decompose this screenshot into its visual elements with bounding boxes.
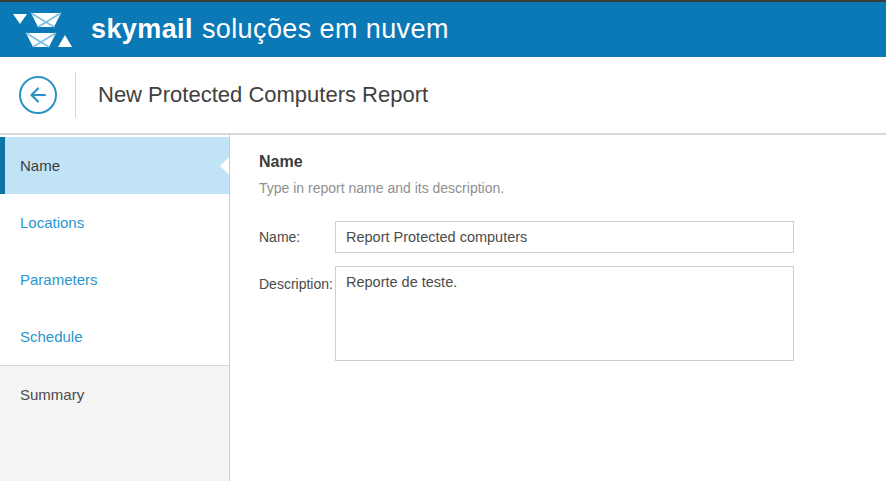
brand-name: skymail bbox=[91, 14, 193, 44]
step-content: Name Type in report name and its descrip… bbox=[230, 135, 886, 481]
brand-wordmark: skymailsoluções em nuvem bbox=[91, 14, 449, 45]
name-field-row: Name: bbox=[259, 221, 886, 253]
report-description-textarea[interactable]: Reporte de teste. bbox=[335, 266, 794, 361]
sidebar-item-parameters[interactable]: Parameters bbox=[0, 251, 229, 308]
name-field-label: Name: bbox=[259, 229, 335, 245]
step-heading: Name bbox=[259, 153, 886, 171]
sidebar-item-label: Locations bbox=[20, 214, 84, 231]
header-divider bbox=[75, 72, 76, 118]
sidebar-item-schedule[interactable]: Schedule bbox=[0, 308, 229, 365]
sidebar-item-label: Schedule bbox=[20, 328, 83, 345]
app-top-bar: skymailsoluções em nuvem bbox=[0, 0, 886, 57]
sidebar-item-label: Name bbox=[20, 157, 60, 174]
sidebar-summary-section: Summary bbox=[0, 365, 229, 481]
sidebar-item-label: Parameters bbox=[20, 271, 98, 288]
arrow-left-icon bbox=[27, 84, 49, 106]
page-title: New Protected Computers Report bbox=[98, 82, 428, 108]
page-header: New Protected Computers Report bbox=[0, 57, 886, 135]
report-name-input[interactable] bbox=[335, 221, 794, 253]
step-subtitle: Type in report name and its description. bbox=[259, 180, 886, 196]
back-button[interactable] bbox=[19, 76, 57, 114]
wizard-steps-sidebar: Name Locations Parameters Schedule Summa… bbox=[0, 135, 230, 481]
sidebar-item-name[interactable]: Name bbox=[0, 137, 229, 194]
description-field-label: Description: bbox=[259, 266, 335, 361]
description-field-row: Description: Reporte de teste. bbox=[259, 266, 886, 361]
brand-tagline: soluções em nuvem bbox=[202, 14, 449, 44]
sidebar-item-locations[interactable]: Locations bbox=[0, 194, 229, 251]
skymail-logo-icon bbox=[13, 11, 77, 49]
sidebar-item-summary[interactable]: Summary bbox=[0, 366, 229, 423]
main-area: Name Locations Parameters Schedule Summa… bbox=[0, 135, 886, 481]
name-form: Name: Description: Reporte de teste. bbox=[259, 221, 886, 361]
sidebar-item-label: Summary bbox=[20, 386, 84, 403]
